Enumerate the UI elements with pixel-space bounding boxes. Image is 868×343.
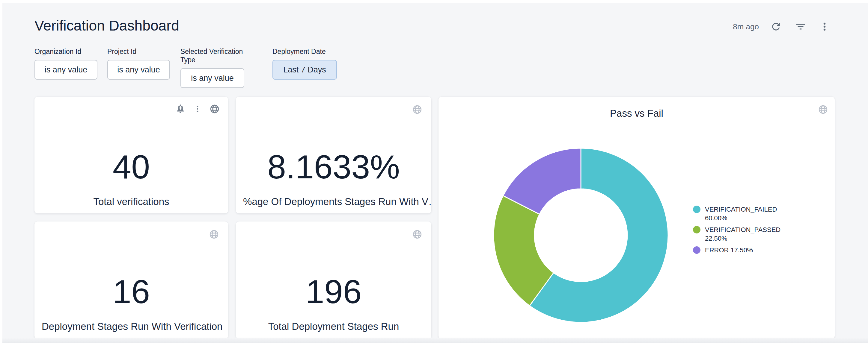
legend-label: VERIFICATION_PASSED 22.50% [705, 226, 786, 243]
legend-label: VERIFICATION_FAILED 60.00% [705, 205, 786, 222]
tile-pass-vs-fail-chart: Pass vs Fail VERIFICATION_FAILED 60.00%V… [438, 97, 835, 339]
tile-value: 40 [34, 149, 228, 185]
tile-label: %age Of Deployments Stages Run With V… [236, 196, 431, 208]
last-refreshed-text: 8m ago [733, 22, 759, 31]
globe-icon[interactable] [412, 104, 422, 116]
filter-deployment-date: Deployment Date Last 7 Days [273, 47, 337, 80]
filter-label: Deployment Date [273, 47, 337, 56]
filter-icon[interactable] [795, 21, 806, 32]
tile-value: 196 [236, 274, 431, 310]
page-title: Verification Dashboard [34, 18, 179, 34]
tile-value: 16 [34, 274, 228, 310]
tile-label: Total Deployment Stages Run [236, 320, 431, 333]
filter-label: Selected Verification Type [180, 47, 244, 64]
tile-label: Deployment Stages Run With Verification [34, 320, 228, 333]
dashboard-toolbar: 8m ago [733, 21, 830, 32]
tile-total-stages-run: 196 Total Deployment Stages Run [236, 221, 431, 339]
filter-project-id: Project Id is any value [107, 47, 170, 80]
chart-title: Pass vs Fail [438, 107, 835, 119]
kebab-menu-icon[interactable] [819, 22, 830, 32]
filter-value-button[interactable]: is any value [34, 60, 97, 80]
filter-value-button[interactable]: is any value [107, 60, 170, 80]
filter-selected-verification-type: Selected Verification Type is any value [180, 47, 244, 88]
filter-value-button[interactable]: is any value [180, 68, 244, 88]
alert-bell-add-icon[interactable] [175, 104, 186, 115]
legend-swatch [693, 246, 701, 254]
legend-item[interactable]: VERIFICATION_FAILED 60.00% [693, 205, 786, 222]
globe-icon[interactable] [412, 229, 422, 241]
bottom-fade [2, 338, 868, 343]
legend-swatch [693, 226, 701, 234]
tile-label: Total verifications [34, 196, 228, 208]
legend-swatch [693, 206, 701, 213]
tile-percentage-stages-with-verification: 8.1633% %age Of Deployments Stages Run W… [236, 97, 431, 213]
filter-label: Project Id [107, 47, 170, 56]
tile-value: 8.1633% [236, 149, 431, 185]
tile-stages-run-with-verification: 16 Deployment Stages Run With Verificati… [34, 221, 228, 339]
refresh-icon[interactable] [770, 21, 782, 32]
filter-value-button[interactable]: Last 7 Days [273, 60, 337, 80]
tile-kebab-icon[interactable] [193, 105, 202, 114]
legend-item[interactable]: ERROR 17.50% [693, 246, 786, 254]
donut-chart [491, 145, 671, 325]
filter-label: Organization Id [34, 47, 97, 56]
globe-icon[interactable] [210, 104, 220, 115]
dashboard: Verification Dashboard 8m ago Organizati… [2, 3, 868, 343]
legend-item[interactable]: VERIFICATION_PASSED 22.50% [693, 226, 786, 243]
globe-icon[interactable] [209, 229, 219, 241]
filter-organization-id: Organization Id is any value [34, 47, 97, 80]
legend-label: ERROR 17.50% [705, 246, 753, 254]
tile-total-verifications: 40 Total verifications [34, 97, 228, 213]
chart-legend: VERIFICATION_FAILED 60.00%VERIFICATION_P… [693, 205, 786, 254]
